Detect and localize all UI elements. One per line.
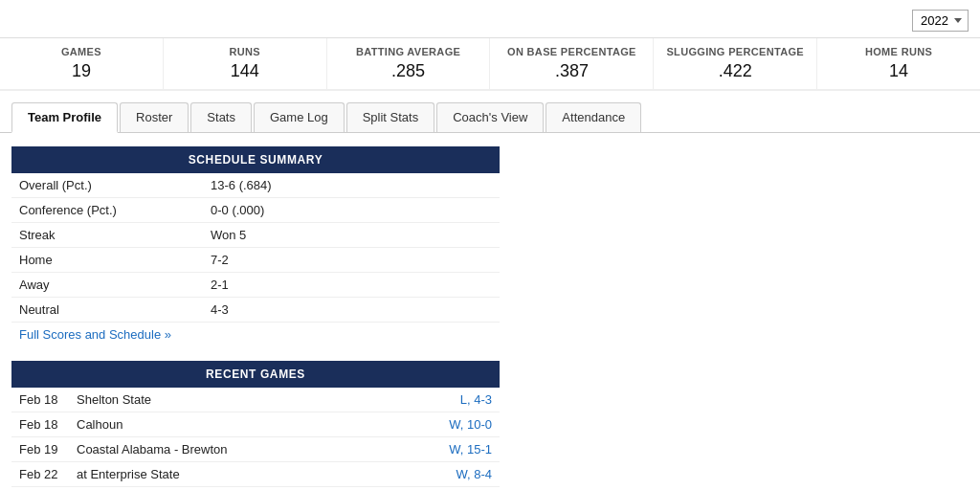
- header: 2022 2021 2020: [0, 0, 980, 38]
- table-row: Feb 18CalhounW, 10-0: [11, 412, 500, 437]
- tab-stats[interactable]: Stats: [190, 102, 252, 132]
- game-result-link[interactable]: W, 15-1: [449, 442, 492, 457]
- full-scores-link[interactable]: Full Scores and Schedule »: [19, 327, 171, 342]
- recent-games-header: RECENT GAMES: [11, 361, 500, 388]
- tab-coach's-view[interactable]: Coach's View: [436, 102, 544, 132]
- tab-game-log[interactable]: Game Log: [254, 102, 345, 132]
- content-area: SCHEDULE SUMMARYOverall (Pct.)13-6 (.684…: [0, 133, 980, 490]
- stat-col-slugging-percentage: SLUGGING PERCENTAGE.422: [654, 38, 817, 89]
- game-result-link[interactable]: W, 10-0: [449, 417, 492, 432]
- table-row: Feb 19Coastal Alabama - BrewtonW, 15-1: [11, 437, 500, 462]
- year-select[interactable]: 2022 2021 2020: [912, 10, 969, 32]
- table-row: Neutral4-3: [11, 298, 500, 323]
- recent-games-table: RECENT GAMESFeb 18Shelton StateL, 4-3Feb…: [11, 361, 500, 490]
- table-row: Feb 22at Enterprise StateW, 8-4: [11, 462, 500, 487]
- stat-col-games: GAMES19: [0, 38, 164, 89]
- table-row: Conference (Pct.)0-0 (.000): [11, 198, 500, 223]
- stat-col-batting-average: BATTING AVERAGE.285: [327, 38, 491, 89]
- stat-col-on-base-percentage: ON BASE PERCENTAGE.387: [490, 38, 654, 89]
- tab-attendance[interactable]: Attendance: [546, 102, 641, 132]
- tab-team-profile[interactable]: Team Profile: [11, 102, 118, 133]
- tabs-bar: Team ProfileRosterStatsGame LogSplit Sta…: [0, 91, 980, 133]
- stat-col-home-runs: HOME RUNS14: [817, 38, 980, 89]
- table-row: Feb 18Shelton StateL, 4-3: [11, 388, 500, 412]
- table-row: Overall (Pct.)13-6 (.684): [11, 173, 500, 198]
- table-row: StreakWon 5: [11, 223, 500, 248]
- game-result-link[interactable]: W, 8-4: [456, 467, 492, 481]
- tab-split-stats[interactable]: Split Stats: [346, 102, 435, 132]
- schedule-summary-table: SCHEDULE SUMMARYOverall (Pct.)13-6 (.684…: [11, 146, 500, 351]
- stat-col-runs: RUNS144: [164, 38, 327, 89]
- table-row: Away2-1: [11, 273, 500, 298]
- table-row: Feb 24Coastal Alabama - Bay MinetteW, 7-…: [11, 487, 500, 491]
- schedule-summary-header: SCHEDULE SUMMARY: [11, 146, 500, 173]
- game-result-link[interactable]: L, 4-3: [460, 392, 492, 407]
- full-scores-link-row[interactable]: Full Scores and Schedule »: [11, 323, 500, 352]
- tab-roster[interactable]: Roster: [120, 102, 189, 132]
- stats-bar: GAMES19RUNS144BATTING AVERAGE.285ON BASE…: [0, 38, 980, 91]
- table-row: Home7-2: [11, 248, 500, 273]
